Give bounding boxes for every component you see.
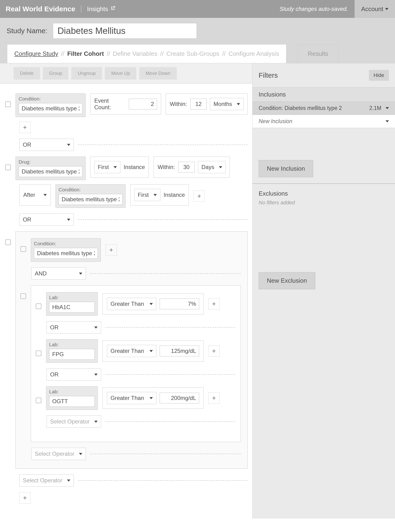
subheader: Study Name: Configure Study // Filter Co…: [0, 18, 395, 63]
lab-value[interactable]: [49, 396, 95, 407]
within-unit-dropdown[interactable]: Months: [210, 98, 244, 110]
caret-down-icon: [67, 480, 70, 482]
ordinal-dropdown[interactable]: First: [94, 161, 120, 173]
caret-down-icon: [79, 453, 82, 455]
lab-value[interactable]: [49, 302, 95, 313]
move-down-button[interactable]: Move Down: [139, 67, 177, 79]
drug-card[interactable]: Drug:: [16, 157, 86, 180]
lab-card[interactable]: Lab:: [46, 339, 98, 363]
step-configure-analysis[interactable]: Configure Analysis: [229, 50, 279, 57]
delete-button[interactable]: Delete: [14, 67, 40, 79]
within-box: Within: Months: [166, 94, 247, 115]
within-box: Within: Days: [154, 157, 230, 178]
within-value[interactable]: [178, 162, 195, 173]
caret-down-icon: [67, 144, 70, 146]
condition-value[interactable]: [34, 248, 98, 259]
event-count-input[interactable]: [129, 99, 157, 109]
operator-select[interactable]: Select Operator: [19, 474, 74, 487]
row-checkbox[interactable]: [5, 165, 11, 170]
inclusion-item[interactable]: Condition: Diabetes mellitus type 2 2.1M: [252, 102, 395, 115]
operator-select[interactable]: OR: [19, 213, 74, 226]
compare-box: Greater Than: [103, 387, 204, 409]
move-up-button[interactable]: Move Up: [105, 67, 136, 79]
operator-select[interactable]: OR: [47, 321, 101, 334]
step-filter-cohort[interactable]: Filter Cohort: [67, 50, 104, 57]
filter-group: Condition: + AND: [16, 231, 247, 469]
row-checkbox[interactable]: [5, 101, 11, 107]
inclusions-header: Inclusions: [252, 87, 395, 102]
threshold-input[interactable]: [160, 393, 199, 403]
operator-select[interactable]: OR: [47, 368, 101, 381]
within-label: Within:: [170, 101, 187, 107]
add-button[interactable]: +: [208, 298, 219, 309]
add-button[interactable]: +: [193, 190, 205, 202]
drug-value[interactable]: [19, 166, 82, 177]
row-checkbox[interactable]: [21, 293, 26, 299]
lab-value[interactable]: [49, 349, 95, 360]
add-button[interactable]: +: [19, 492, 31, 504]
comparator-dropdown[interactable]: Greater Than: [107, 345, 156, 357]
compare-box: Greater Than: [103, 293, 204, 314]
ungroup-button[interactable]: Ungroup: [71, 67, 102, 79]
row-checkbox[interactable]: [36, 398, 41, 403]
after-dropdown[interactable]: After: [23, 189, 47, 201]
new-inclusion-button[interactable]: New Inclusion: [259, 160, 313, 177]
inclusion-item-new[interactable]: New Inclusion: [252, 115, 395, 128]
new-exclusion-button[interactable]: New Exclusion: [259, 272, 315, 289]
condition-value[interactable]: [59, 194, 122, 205]
caret-down-icon: [237, 103, 240, 105]
instance-label: Instance: [124, 164, 145, 170]
add-button[interactable]: +: [208, 392, 219, 404]
add-button[interactable]: +: [208, 345, 219, 357]
instance-box: First Instance: [130, 184, 189, 206]
filter-subgroup: Lab: Greater Than + OR: [31, 285, 241, 442]
instance-box: First Instance: [90, 157, 149, 178]
group-button[interactable]: Group: [43, 67, 69, 79]
hide-filters-button[interactable]: Hide: [369, 70, 389, 81]
condition-card[interactable]: Condition:: [16, 94, 86, 117]
add-condition-button[interactable]: +: [19, 122, 31, 133]
results-tab[interactable]: Results: [298, 44, 338, 63]
operator-select[interactable]: Select Operator: [47, 415, 101, 428]
event-count-label: Event Count:: [94, 97, 126, 111]
lab-card[interactable]: Lab:: [46, 386, 98, 410]
filters-panel: Filters Hide Inclusions Condition: Diabe…: [252, 63, 395, 519]
caret-down-icon: [67, 219, 70, 221]
condition-value[interactable]: [19, 103, 82, 114]
row-checkbox[interactable]: [36, 303, 41, 309]
operator-select[interactable]: OR: [19, 139, 74, 151]
exclusions-header: Exclusions: [259, 190, 389, 197]
account-menu[interactable]: Account: [355, 0, 395, 18]
row-checkbox[interactable]: [36, 351, 41, 356]
comparator-dropdown[interactable]: Greater Than: [107, 392, 156, 404]
threshold-input[interactable]: [160, 298, 199, 309]
insights-link[interactable]: Insights: [87, 6, 116, 13]
inclusion-item-label: Condition: Diabetes mellitus type 2: [259, 105, 342, 111]
editor-column: Delete Group Ungroup Move Up Move Down C…: [0, 63, 252, 519]
condition-card[interactable]: Condition:: [55, 184, 126, 208]
within-value[interactable]: [190, 99, 207, 109]
caret-down-icon: [386, 120, 389, 122]
within-unit-dropdown[interactable]: Days: [198, 161, 226, 173]
insights-label: Insights: [87, 6, 108, 13]
row-checkbox[interactable]: [21, 246, 26, 252]
lab-card[interactable]: Lab:: [46, 292, 98, 316]
step-configure-study[interactable]: Configure Study: [14, 50, 58, 57]
exclusions-empty: No filters added: [259, 200, 389, 206]
comparator-dropdown[interactable]: Greater Than: [107, 298, 156, 310]
threshold-input[interactable]: [160, 346, 199, 356]
ordinal-dropdown[interactable]: First: [134, 189, 160, 201]
study-name-input[interactable]: [53, 23, 197, 39]
operator-select[interactable]: AND: [31, 267, 86, 280]
step-define-variables[interactable]: Define Variables: [113, 50, 157, 57]
step-create-subgroups[interactable]: Create Sub-Groups: [166, 50, 219, 57]
condition-card[interactable]: Condition:: [31, 238, 101, 262]
row-checkbox[interactable]: [5, 239, 11, 245]
add-button[interactable]: +: [106, 244, 117, 256]
filters-title: Filters: [259, 71, 278, 79]
inclusion-item-count: 2.1M: [369, 105, 381, 111]
operator-select[interactable]: Select Operator: [31, 448, 86, 460]
editor-toolbar: Delete Group Ungroup Move Up Move Down: [0, 63, 252, 84]
compare-box: Greater Than: [103, 340, 204, 362]
external-link-icon: [110, 6, 116, 13]
